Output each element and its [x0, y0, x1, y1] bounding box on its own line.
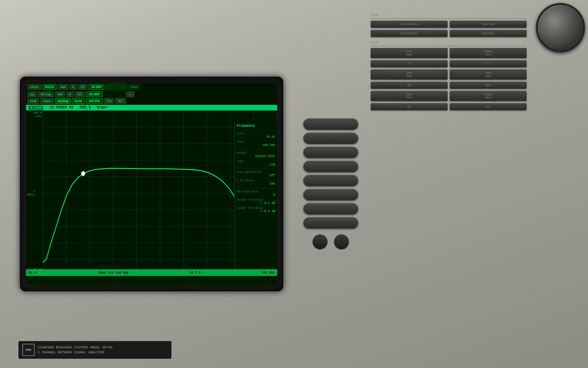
- max-step-value: 8: [237, 193, 275, 197]
- toolbar-srq-btn[interactable]: srq: [27, 91, 37, 97]
- ctrl-btn-8[interactable]: [303, 217, 358, 229]
- ctrl-btn-5[interactable]: [303, 175, 358, 186]
- play-macro-btn[interactable]: PLAY MACRO: [371, 21, 448, 28]
- start-label: Start: [237, 132, 275, 135]
- mem-btn-k[interactable]: [C]: [371, 103, 448, 110]
- y-mid-label: 1 dBdiv: [27, 190, 36, 197]
- srs-logo: SRS: [22, 344, 35, 356]
- mem-btn-g[interactable]: [B]: [371, 82, 448, 89]
- slower-value: = 0.5 dB: [237, 210, 275, 213]
- brand-line1: STANFORD RESEARCH SYSTEMS MODEL SR780: [38, 345, 112, 350]
- brand-label: SRS STANFORD RESEARCH SYSTEMS MODEL SR78…: [18, 341, 172, 359]
- mem-section-label: MEM: [371, 40, 527, 46]
- toolbar-dash-btn[interactable]: —: [126, 91, 134, 97]
- mem-btn-a[interactable]: Prev Save: [371, 48, 448, 58]
- ctrl-btn-3[interactable]: [303, 147, 358, 158]
- type-value: Log: [237, 163, 275, 166]
- toolbar-input2[interactable]: [104, 91, 125, 98]
- end-rec-btn[interactable]: END REC: [450, 30, 527, 37]
- points-row: # of Points 300: [237, 179, 275, 186]
- con-btn-grid: PLAY MACRO SNAP BIF MACRO REC END REC: [371, 21, 527, 37]
- mem-btn-j[interactable]: Dmem Save: [450, 91, 527, 101]
- x-mid-label: 41.7 s: [190, 271, 201, 274]
- unit-display: Vrms²: [97, 105, 108, 110]
- toolbar-enter-btn[interactable]: Enter: [128, 84, 141, 90]
- ctrl-btn-1[interactable]: [303, 118, 358, 130]
- small-round-btn-right[interactable]: [334, 234, 349, 250]
- x-right-label: 100 kHz: [262, 271, 275, 274]
- mem-btn-h[interactable]: [D]: [450, 82, 527, 89]
- toolbar-awt1-btn[interactable]: Awt: [58, 84, 69, 90]
- screen-bezel: comm RS232 Awt A DC 30 dBV Enter srq: [20, 77, 283, 291]
- bottom-bar: 10 Hz Spec ch1 Log Mag 41.7 s 100 kHz: [26, 269, 277, 276]
- frequency-title-row: Frequency: [237, 124, 275, 128]
- ctrl-btn-4[interactable]: [303, 161, 358, 172]
- ctrl-btn-2[interactable]: [303, 132, 358, 144]
- toolbar-a2-btn[interactable]: A: [66, 91, 74, 97]
- mem-btn-i[interactable]: Save Rec: [371, 91, 448, 101]
- mem-btn-b[interactable]: Dmem Save: [450, 48, 527, 58]
- mem-btn-grid: Prev Save Dmem Save A› D› Start Save Sta…: [371, 48, 527, 110]
- instrument-body: comm RS232 Awt A DC 30 dBV Enter srq: [0, 0, 588, 368]
- divider4: [237, 188, 275, 188]
- screen: comm RS232 Awt A DC 30 dBV Enter srq: [26, 83, 277, 285]
- type-label: Type: [237, 160, 275, 163]
- ctrl-btn-6[interactable]: [303, 189, 358, 201]
- toolbar-rs232-btn[interactable]: RS232: [42, 84, 57, 90]
- stop-value: 100 kHz: [237, 144, 275, 147]
- small-round-btn-left[interactable]: [312, 234, 328, 250]
- brand-line2: 2 CHANNEL NETWORK SIGNAL ANALYZER: [38, 350, 112, 355]
- toolbar-input1[interactable]: [105, 83, 127, 90]
- mem-btn-l[interactable]: [F]: [450, 103, 527, 110]
- mem-btn-f[interactable]: Start Save: [450, 69, 527, 80]
- toolbar-dc2-btn[interactable]: DC: [75, 91, 85, 97]
- auto-res-label: Auto Resolution: [237, 171, 275, 174]
- toolbar-analog-btn[interactable]: Analog: [55, 98, 71, 104]
- slower-row: Slower Threshold = 0.5 dB: [237, 207, 275, 213]
- toolbar-50dbv-btn[interactable]: -50 dBV: [85, 91, 102, 97]
- faster-value: = 0.1 dB: [237, 201, 275, 205]
- toolbar-dc1-btn[interactable]: DC: [78, 84, 88, 90]
- instrument-inner: comm RS232 Awt A DC 30 dBV Enter srq: [0, 0, 588, 368]
- frequency-title: Frequency: [237, 124, 275, 128]
- knob-container: [536, 3, 585, 52]
- mem-btn-e[interactable]: Start Save: [371, 69, 448, 80]
- toolbar-30dbv-btn[interactable]: 30 dBV: [89, 84, 104, 90]
- toolbar-local-btn[interactable]: local: [27, 98, 39, 104]
- auto-res-row: Auto Resolution Off: [237, 171, 275, 177]
- ctrl-btn-7[interactable]: [303, 203, 358, 215]
- toolbar-macro-btn[interactable]: macro: [40, 98, 54, 104]
- con-section-label: CON: [371, 12, 527, 19]
- chart-label: Spec ch1 Log Mag: [99, 271, 128, 274]
- points-value: 300: [237, 182, 275, 186]
- faster-row: Faster Threshold = 0.1 dB: [237, 198, 275, 205]
- main-knob[interactable]: [536, 3, 585, 52]
- auto-res-value: Off: [237, 174, 275, 177]
- frequency-display: 16.36993 Hz: [49, 105, 74, 110]
- mem-btn-c[interactable]: A›: [371, 60, 448, 67]
- live-label: A Live: [28, 106, 43, 110]
- toolbar-alt-btn[interactable]: ALT: [115, 98, 126, 104]
- y-bottom-label: 99.58 Vrms: [26, 268, 43, 275]
- toolbar-comm-btn[interactable]: comm: [27, 84, 41, 90]
- right-controls: [294, 0, 368, 368]
- toolbar-a1-btn[interactable]: A: [69, 84, 77, 90]
- repeat-row: Repeat Single Shot: [237, 151, 275, 158]
- toolbar-awt2-btn[interactable]: Awt: [55, 91, 66, 97]
- svg-point-39: [81, 171, 85, 176]
- screen-section: comm RS232 Awt A DC 30 dBV Enter srq: [0, 0, 294, 368]
- toolbar-nocap-btn[interactable]: No Cap: [38, 91, 54, 97]
- mem-btn-d[interactable]: D›: [450, 60, 527, 67]
- toolbar-trip-btn[interactable]: Trip: [104, 98, 115, 104]
- y-axis: 995.8 Vrms 1 dBdiv 99.58 Vrms: [26, 110, 43, 276]
- macro-rec-btn[interactable]: MACRO REC: [371, 30, 448, 37]
- toolbar-done-btn[interactable]: Done: [72, 98, 85, 104]
- points-label: # of Points: [237, 179, 275, 182]
- max-step-row: Max Step Size 8: [237, 190, 275, 197]
- toolbar-100khz-btn[interactable]: 100 kHz: [86, 98, 103, 104]
- far-right-panel: CON PLAY MACRO SNAP BIF MACRO REC END RE…: [368, 0, 588, 368]
- snap-bif-btn[interactable]: SNAP BIF: [450, 21, 527, 28]
- brand-text: STANFORD RESEARCH SYSTEMS MODEL SR780 2 …: [38, 345, 112, 355]
- stop-label: Stop: [237, 140, 275, 144]
- value-display: 305.5: [80, 105, 91, 110]
